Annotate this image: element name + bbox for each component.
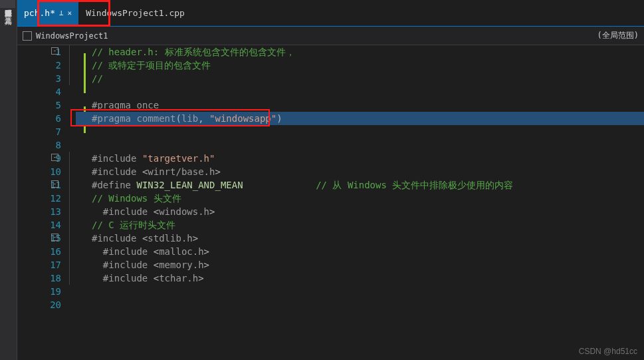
watermark: CSDN @hd51cc — [579, 347, 637, 356]
line-number: 7 — [17, 125, 61, 138]
code-line[interactable]: // header.h: 标准系统包含文件的包含文件， — [92, 45, 644, 59]
line-number: 17 — [17, 258, 61, 271]
code-line[interactable]: #include <winrt/base.h> — [92, 165, 644, 178]
code-line[interactable]: #include <tchar.h> — [92, 271, 644, 285]
navigation-bar: WindowsProject1 (全局范围) — [17, 27, 644, 45]
code-line[interactable]: #include <windows.h> — [92, 205, 644, 218]
line-number: 2 — [17, 59, 61, 72]
line-number: 6 — [17, 112, 61, 125]
code-line[interactable] — [92, 138, 644, 152]
main: pch.h* ⟂ ✕ WindowsProject1.cpp WindowsPr… — [17, 0, 644, 360]
line-number: 20 — [17, 298, 61, 311]
line-number: 16 — [17, 245, 61, 258]
editor[interactable]: 1-23456789-1011-12131415-1617181920 // h… — [17, 45, 644, 360]
fold-icon[interactable]: - — [51, 234, 58, 241]
code-line[interactable] — [92, 298, 644, 311]
fold-icon[interactable]: - — [51, 47, 58, 55]
code-line[interactable]: #include <malloc.h> — [92, 245, 644, 258]
line-number: 10 — [17, 165, 61, 178]
code-line[interactable]: #define WIN32_LEAN_AND_MEAN // 从 Windows… — [92, 178, 644, 192]
pin-icon[interactable]: ⟂ — [59, 9, 64, 17]
code-line[interactable] — [92, 85, 644, 98]
line-number: 5 — [17, 98, 61, 112]
code-line[interactable]: #pragma once — [92, 98, 644, 112]
code-line[interactable]: // C 运行时头文件 — [92, 218, 644, 232]
line-number: 15- — [17, 232, 61, 245]
sidebar-toolwindows: 服务路资源管理器 工具箱 — [0, 0, 17, 360]
code-line[interactable]: // — [92, 72, 644, 85]
code-line[interactable]: // 或特定于项目的包含文件 — [92, 59, 644, 72]
close-icon[interactable]: ✕ — [68, 9, 72, 17]
code-line[interactable]: #include <memory.h> — [92, 258, 644, 271]
code-line[interactable]: #include "targetver.h" — [92, 152, 644, 165]
nav-project[interactable]: WindowsProject1 — [36, 31, 108, 41]
tabbar: pch.h* ⟂ ✕ WindowsProject1.cpp — [17, 0, 644, 27]
line-number: 3 — [17, 72, 61, 85]
line-number: 4 — [17, 85, 61, 98]
tab-pch-h[interactable]: pch.h* ⟂ ✕ — [17, 0, 78, 26]
fold-icon[interactable]: - — [51, 180, 58, 188]
line-number: 18 — [17, 271, 61, 285]
line-number: 9- — [17, 152, 61, 165]
sidebar-server-explorer[interactable]: 服务路资源管理器 — [0, 0, 15, 8]
project-icon — [23, 31, 32, 41]
line-number: 14 — [17, 218, 61, 232]
tab-label: pch.h* — [24, 8, 55, 18]
line-number: 13 — [17, 205, 61, 218]
line-number: 19 — [17, 285, 61, 298]
code-area[interactable]: // header.h: 标准系统包含文件的包含文件，// 或特定于项目的包含文… — [76, 45, 644, 360]
code-line[interactable]: // Windows 头文件 — [92, 192, 644, 205]
tab-windowsproject1-cpp[interactable]: WindowsProject1.cpp — [79, 0, 191, 26]
line-number-gutter: 1-23456789-1011-12131415-1617181920 — [17, 45, 76, 360]
code-line[interactable]: #include <stdlib.h> — [92, 232, 644, 245]
sidebar-toolbox[interactable]: 工具箱 — [0, 8, 15, 16]
line-number: 11- — [17, 178, 61, 192]
line-number: 8 — [17, 138, 61, 152]
nav-scope[interactable]: (全局范围) — [597, 30, 639, 41]
line-number: 12 — [17, 192, 61, 205]
code-line[interactable] — [92, 285, 644, 298]
code-line[interactable] — [92, 125, 644, 138]
line-number: 1- — [17, 45, 61, 59]
tab-label: WindowsProject1.cpp — [86, 8, 185, 18]
fold-icon[interactable]: - — [51, 154, 58, 161]
